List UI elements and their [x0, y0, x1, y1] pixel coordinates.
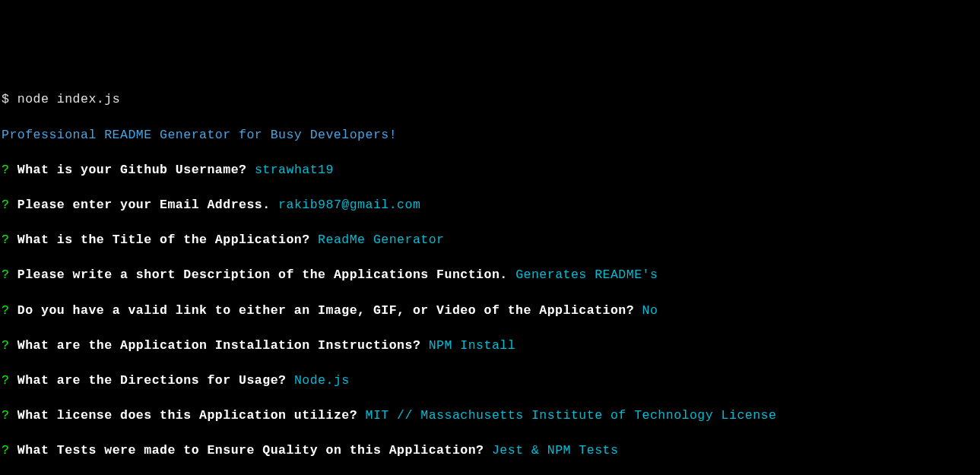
question-text: What is your Github Username? — [17, 163, 247, 177]
question-text: Do you have a valid link to either an Im… — [17, 303, 634, 318]
question-text: Please write a short Description of the … — [17, 268, 508, 282]
answer-text: strawhat19 — [255, 163, 334, 177]
question-mark-icon: ? — [2, 373, 9, 388]
question-mark-icon: ? — [2, 303, 9, 318]
question-text: What license does this Application utili… — [17, 408, 357, 423]
question-mark-icon: ? — [2, 233, 9, 247]
question-mark-icon: ? — [2, 443, 9, 458]
prompt-line: ? Please write a short Description of th… — [2, 266, 980, 283]
question-text: What Tests were made to Ensure Quality o… — [17, 443, 484, 458]
question-mark-icon: ? — [2, 268, 9, 282]
command-line: $ node index.js — [2, 90, 980, 108]
prompt-line: ? What license does this Application uti… — [2, 407, 980, 424]
prompt-line: ? What are the Directions for Usage? Nod… — [2, 372, 980, 389]
answer-text: ReadMe Generator — [318, 233, 444, 247]
prompt-line: ? What Tests were made to Ensure Quality… — [2, 442, 980, 459]
question-text: What are the Directions for Usage? — [17, 373, 287, 388]
prompt-line: ? What are the Application Installation … — [2, 337, 980, 354]
prompt-line: ? What is your Github Username? strawhat… — [2, 161, 980, 179]
app-title: Professional README Generator for Busy D… — [2, 126, 980, 144]
prompt-line: ? Please enter your Email Address. rakib… — [2, 196, 980, 214]
command-text: node index.js — [17, 92, 120, 106]
shell-prompt: $ — [2, 92, 17, 106]
answer-text: Node.js — [294, 373, 350, 388]
question-mark-icon: ? — [2, 408, 9, 423]
question-mark-icon: ? — [2, 338, 9, 353]
question-text: Please enter your Email Address. — [17, 198, 271, 212]
answer-text: No — [642, 303, 658, 318]
question-mark-icon: ? — [2, 198, 9, 212]
answer-text: Jest & NPM Tests — [492, 443, 618, 458]
answer-text: Generates README's — [515, 268, 658, 282]
answer-text: NPM Install — [429, 338, 515, 353]
question-mark-icon: ? — [2, 163, 9, 177]
prompt-line: ? What is the Title of the Application? … — [2, 231, 980, 249]
prompt-line: ? Do you have a valid link to either an … — [2, 302, 980, 319]
answer-text: MIT // Massachusetts Institute of Techno… — [366, 408, 777, 423]
question-text: What are the Application Installation In… — [17, 338, 420, 353]
question-text: What is the Title of the Application? — [17, 233, 310, 247]
terminal-output: $ node index.js Professional README Gene… — [2, 73, 980, 475]
answer-text: rakib987@gmail.com — [278, 198, 420, 212]
